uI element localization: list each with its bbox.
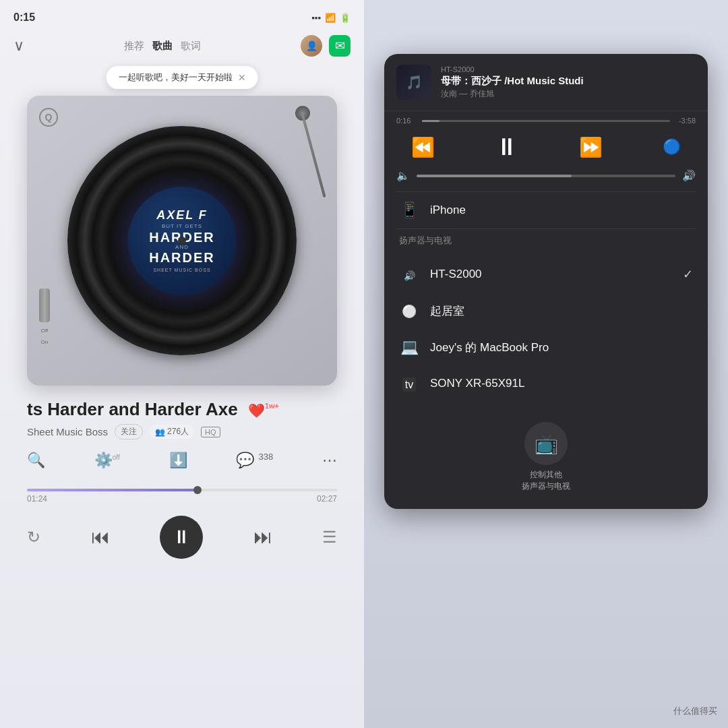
avatar[interactable]: 👤 bbox=[301, 35, 322, 57]
song-title-text: ts Harder and Harder Axe bbox=[27, 399, 238, 419]
np-time-row: 0:16 -3:58 bbox=[384, 111, 708, 127]
search-icon[interactable]: 🔍 bbox=[27, 452, 45, 469]
device-item-iphone[interactable]: 📱 iPhone bbox=[384, 192, 708, 229]
comment-icon[interactable]: 💬 338 bbox=[236, 452, 273, 469]
playlist-icon[interactable]: ☰ bbox=[322, 528, 337, 547]
np-playback-controls: ⏪ ⏸ ⏩ 🔵 bbox=[384, 127, 708, 166]
progress-section: 01:24 02:27 bbox=[0, 475, 364, 510]
now-playing-info: HT-S2000 母带：西沙子 /Hot Music Studi 汝南 — 乔佳… bbox=[441, 65, 696, 100]
bottom-controls: 🔍 ⚙️off ⬇️ 💬 338 ⋯ bbox=[0, 446, 364, 475]
now-playing-artist: 汝南 — 乔佳旭 bbox=[441, 88, 696, 100]
download-icon[interactable]: ⬇️ bbox=[169, 452, 187, 469]
wechat-icon[interactable]: ✉ bbox=[329, 35, 351, 57]
device-item-ht-s2000[interactable]: 🔊 HT-S2000 ✓ bbox=[384, 256, 708, 293]
toast-notification: 一起听歌吧，美好一天开始啦 ✕ bbox=[107, 66, 258, 89]
vinyl-title-line5: HARDER bbox=[149, 250, 215, 265]
device-check-ht: ✓ bbox=[683, 267, 693, 282]
follow-button[interactable]: 关注 bbox=[115, 424, 143, 439]
device-name-macbook: Joey's 的 MacBook Pro bbox=[430, 340, 693, 355]
volume-fill bbox=[417, 175, 572, 177]
watermark-text: 什么值得买 bbox=[673, 706, 717, 716]
prev-track-icon[interactable]: ⏮ bbox=[91, 526, 110, 548]
like-count: 1w+ bbox=[265, 402, 279, 410]
left-panel: 0:15 ▪▪▪ 📶 🔋 ∨ 推荐 歌曲 歌词 👤 ✉ 一起听歌吧，美好一天开始… bbox=[0, 0, 364, 728]
album-thumbnail: 🎵 bbox=[396, 65, 431, 100]
device-name-ht: HT-S2000 bbox=[430, 268, 672, 281]
device-item-macbook[interactable]: 💻 Joey's 的 MacBook Pro bbox=[384, 329, 708, 365]
fans-count: 276人 bbox=[167, 426, 189, 437]
volume-bar[interactable] bbox=[417, 175, 675, 177]
vinyl-label: AXEL F BUT IT GETS HARDER AND HARDER SHE… bbox=[128, 187, 236, 295]
device-item-sony[interactable]: tv SONY XR-65X91L bbox=[384, 365, 708, 402]
pause-button[interactable]: ⏸ bbox=[160, 516, 203, 559]
nav-right: 👤 ✉ bbox=[301, 35, 351, 57]
equalizer-icon[interactable]: ⚙️off bbox=[94, 452, 120, 469]
tab-songs[interactable]: 歌曲 bbox=[152, 40, 173, 53]
pause-icon: ⏸ bbox=[172, 526, 191, 548]
np-rewind-button[interactable]: ⏪ bbox=[411, 136, 435, 158]
nav-bar: ∨ 推荐 歌曲 歌词 👤 ✉ bbox=[0, 30, 364, 62]
toast-close-button[interactable]: ✕ bbox=[238, 72, 246, 83]
more-icon[interactable]: ⋯ bbox=[322, 452, 337, 469]
vinyl-conjunction: AND bbox=[175, 244, 189, 250]
status-time: 0:15 bbox=[13, 11, 35, 24]
current-time: 01:24 bbox=[27, 494, 47, 504]
volume-low-icon: 🔈 bbox=[396, 169, 410, 182]
np-pause-button[interactable]: ⏸ bbox=[495, 133, 519, 161]
device-name-sony: SONY XR-65X91L bbox=[430, 377, 693, 390]
back-chevron-icon[interactable]: ∨ bbox=[13, 37, 24, 55]
airplay-popup: 🎵 HT-S2000 母带：西沙子 /Hot Music Studi 汝南 — … bbox=[384, 54, 708, 509]
bluetooth-speaker-icon: 🔊 bbox=[399, 266, 419, 283]
song-title: ts Harder and Harder Axe ❤️1w+ bbox=[27, 399, 337, 420]
airplay-other-icon: 📺 bbox=[535, 433, 558, 455]
vinyl-subtitle: BUT IT GETS bbox=[162, 223, 202, 229]
output-device-label: HT-S2000 bbox=[441, 65, 696, 73]
knob-controls: Off On bbox=[39, 289, 50, 345]
hq-badge: HQ bbox=[201, 427, 220, 437]
vinyl-title-line1: AXEL F bbox=[156, 209, 208, 222]
status-icons: ▪▪▪ 📶 🔋 bbox=[311, 13, 351, 23]
airplay-other-label: 控制其他 扬声器与电视 bbox=[522, 469, 570, 492]
np-progress-fill bbox=[422, 120, 439, 122]
right-panel: 🎵 HT-S2000 母带：西沙子 /Hot Music Studi 汝南 — … bbox=[364, 0, 728, 728]
airplay-other-button[interactable]: 📺 bbox=[524, 422, 568, 465]
battery-icon: 🔋 bbox=[340, 13, 351, 23]
knob-label-off: Off bbox=[39, 328, 50, 334]
tonearm-arm bbox=[301, 112, 326, 198]
device-list: 🔊 HT-S2000 ✓ ⚪ 起居室 💻 Joey's 的 MacBook Pr… bbox=[384, 249, 708, 408]
device-item-living-room[interactable]: ⚪ 起居室 bbox=[384, 293, 708, 329]
like-icon[interactable]: ❤️ bbox=[248, 403, 265, 418]
np-bluetooth-icon[interactable]: 🔵 bbox=[663, 138, 681, 156]
homepod-icon: ⚪ bbox=[399, 302, 419, 320]
vinyl-center-hole bbox=[178, 237, 186, 245]
np-progress-bar[interactable] bbox=[422, 120, 670, 122]
np-forward-button[interactable]: ⏩ bbox=[579, 136, 603, 158]
volume-high-icon: 🔊 bbox=[682, 169, 696, 182]
artist-row: Sheet Music Boss 关注 👥 276人 HQ bbox=[27, 424, 337, 439]
tab-lyrics[interactable]: 歌词 bbox=[181, 40, 201, 53]
progress-handle[interactable] bbox=[193, 486, 202, 494]
device-name-living: 起居室 bbox=[430, 303, 693, 319]
next-track-icon[interactable]: ⏭ bbox=[253, 526, 272, 548]
repeat-icon[interactable]: ↻ bbox=[27, 528, 40, 547]
np-volume-row: 🔈 🔊 bbox=[384, 166, 708, 191]
airplay-bottom-section: 📺 控制其他 扬声器与电视 bbox=[384, 408, 708, 509]
now-playing-title: 母带：西沙子 /Hot Music Studi bbox=[441, 75, 696, 87]
song-info: ts Harder and Harder Axe ❤️1w+ Sheet Mus… bbox=[0, 386, 364, 446]
iphone-label: iPhone bbox=[430, 204, 693, 217]
np-current-time: 0:16 bbox=[396, 117, 417, 125]
toast-text: 一起听歌吧，美好一天开始啦 bbox=[119, 71, 233, 84]
appletv-icon: tv bbox=[399, 375, 419, 392]
vinyl-brand: SHEET MUSIC BOSS bbox=[153, 268, 210, 272]
now-playing-strip: 🎵 HT-S2000 母带：西沙子 /Hot Music Studi 汝南 — … bbox=[384, 54, 708, 111]
artist-name: Sheet Music Boss bbox=[27, 426, 108, 437]
signal-icon: ▪▪▪ bbox=[311, 13, 321, 23]
album-container: Q AXEL F BUT IT GETS HARDER AND HARDER S… bbox=[27, 96, 337, 386]
tab-recommend[interactable]: 推荐 bbox=[124, 40, 144, 53]
tonearm bbox=[256, 106, 310, 214]
knob-1[interactable] bbox=[39, 289, 50, 322]
progress-bar[interactable] bbox=[27, 489, 337, 491]
q-logo: Q bbox=[39, 108, 58, 127]
fans-badge: 👥 276人 bbox=[150, 425, 194, 439]
total-time: 02:27 bbox=[317, 494, 337, 504]
